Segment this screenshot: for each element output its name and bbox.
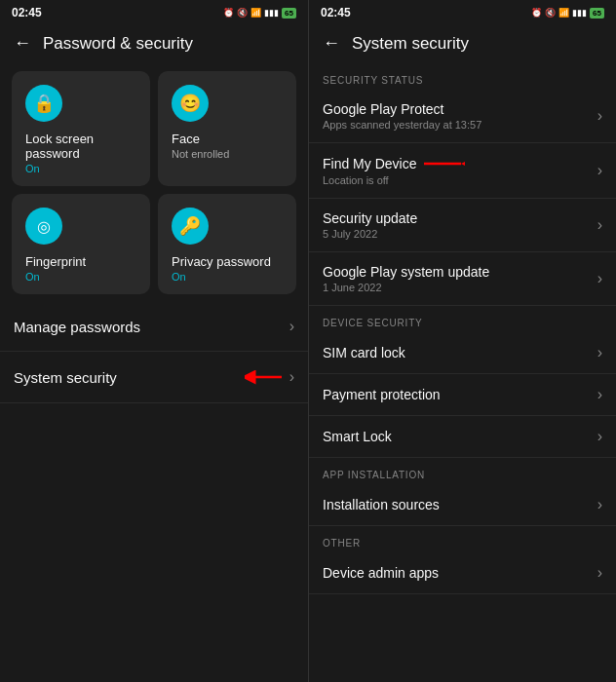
right-back-button[interactable]: ← bbox=[323, 33, 340, 54]
r-signal-icon: ▮▮▮ bbox=[572, 8, 587, 18]
payment-protection-chevron: › bbox=[597, 386, 602, 403]
r-vol-icon: 🔇 bbox=[545, 8, 556, 18]
alarm-icon: ⏰ bbox=[223, 8, 234, 18]
security-update-item[interactable]: Security update 5 July 2022 › bbox=[309, 199, 616, 252]
find-my-device-item[interactable]: Find My Device Location is off › bbox=[309, 143, 616, 199]
find-my-device-subtitle: Location is off bbox=[323, 174, 465, 186]
fingerprint-status: On bbox=[25, 271, 40, 283]
google-play-system-update-item[interactable]: Google Play system update 1 June 2022 › bbox=[309, 252, 616, 306]
signal-icon: ▮▮▮ bbox=[264, 8, 279, 18]
find-my-device-content: Find My Device Location is off bbox=[323, 155, 465, 186]
lock-screen-status: On bbox=[25, 163, 40, 174]
device-admin-apps-label: Device admin apps bbox=[323, 565, 439, 581]
system-security-item[interactable]: System security › bbox=[0, 352, 308, 403]
google-play-system-update-chevron: › bbox=[597, 270, 602, 287]
google-play-system-update-label: Google Play system update bbox=[323, 264, 489, 280]
fingerprint-label: Fingerprint bbox=[25, 254, 86, 269]
security-status-header: SECURITY STATUS bbox=[309, 63, 616, 90]
right-status-icons: ⏰ 🔇 📶 ▮▮▮ 65 bbox=[531, 8, 604, 19]
privacy-icon: 🔑 bbox=[172, 208, 209, 245]
app-installation-header: APP INSTALLATION bbox=[309, 458, 616, 484]
privacy-password-label: Privacy password bbox=[172, 254, 271, 269]
left-page-title: Password & security bbox=[43, 34, 193, 54]
system-security-label: System security bbox=[14, 369, 117, 386]
installation-sources-chevron: › bbox=[597, 496, 602, 513]
wifi-icon: 📶 bbox=[250, 8, 261, 18]
right-header: ← System security bbox=[309, 23, 616, 63]
google-play-system-update-date: 1 June 2022 bbox=[323, 282, 489, 293]
security-update-label: Security update bbox=[323, 210, 417, 226]
privacy-password-card[interactable]: 🔑 Privacy password On bbox=[158, 194, 296, 294]
google-play-protect-content: Google Play Protect Apps scanned yesterd… bbox=[323, 101, 481, 131]
left-panel: 02:45 ⏰ 🔇 📶 ▮▮▮ 65 ← Password & security… bbox=[0, 0, 308, 682]
installation-sources-content: Installation sources bbox=[323, 497, 440, 512]
manage-passwords-chevron: › bbox=[289, 318, 294, 335]
security-grid: 🔒 Lock screenpassword On 😊 Face Not enro… bbox=[0, 63, 308, 302]
battery-badge: 65 bbox=[282, 8, 296, 19]
manage-passwords-label: Manage passwords bbox=[14, 319, 140, 335]
privacy-password-status: On bbox=[172, 271, 186, 283]
device-admin-apps-content: Device admin apps bbox=[323, 565, 439, 581]
lock-icon: 🔒 bbox=[25, 85, 62, 122]
right-status-bar: 02:45 ⏰ 🔇 📶 ▮▮▮ 65 bbox=[309, 0, 616, 23]
sim-card-lock-chevron: › bbox=[597, 344, 602, 361]
device-admin-apps-item[interactable]: Device admin apps › bbox=[309, 552, 616, 594]
smart-lock-item[interactable]: Smart Lock › bbox=[309, 416, 616, 458]
r-alarm-icon: ⏰ bbox=[531, 8, 542, 18]
device-security-header: DEVICE SECURITY bbox=[309, 306, 616, 332]
google-play-protect-label: Google Play Protect bbox=[323, 101, 481, 117]
payment-protection-label: Payment protection bbox=[323, 387, 441, 402]
installation-sources-label: Installation sources bbox=[323, 497, 440, 512]
right-page-title: System security bbox=[352, 34, 469, 54]
face-icon: 😊 bbox=[172, 85, 209, 122]
red-arrow-find bbox=[422, 155, 465, 172]
face-label: Face bbox=[172, 132, 200, 146]
find-my-device-label: Find My Device bbox=[323, 156, 416, 171]
security-update-content: Security update 5 July 2022 bbox=[323, 210, 417, 240]
installation-sources-item[interactable]: Installation sources › bbox=[309, 484, 616, 526]
manage-passwords-item[interactable]: Manage passwords › bbox=[0, 302, 308, 352]
face-status: Not enrolled bbox=[172, 148, 229, 160]
fingerprint-icon: ◎ bbox=[25, 208, 62, 245]
left-back-button[interactable]: ← bbox=[14, 33, 31, 54]
r-battery-badge: 65 bbox=[590, 8, 604, 19]
system-security-chevron: › bbox=[289, 368, 294, 386]
smart-lock-label: Smart Lock bbox=[323, 429, 392, 444]
security-update-date: 5 July 2022 bbox=[323, 228, 417, 240]
vol-icon: 🔇 bbox=[237, 8, 248, 18]
google-play-protect-subtitle: Apps scanned yesterday at 13:57 bbox=[323, 119, 481, 131]
face-card[interactable]: 😊 Face Not enrolled bbox=[158, 71, 296, 186]
left-header: ← Password & security bbox=[0, 23, 308, 63]
right-time: 02:45 bbox=[321, 6, 351, 19]
right-panel: 02:45 ⏰ 🔇 📶 ▮▮▮ 65 ← System security SEC… bbox=[308, 0, 616, 682]
red-arrow-left bbox=[245, 367, 284, 387]
left-status-bar: 02:45 ⏰ 🔇 📶 ▮▮▮ 65 bbox=[0, 0, 308, 23]
other-header: OTHER bbox=[309, 526, 616, 552]
lock-screen-password-card[interactable]: 🔒 Lock screenpassword On bbox=[12, 71, 150, 186]
device-admin-apps-chevron: › bbox=[597, 564, 602, 582]
security-update-chevron: › bbox=[597, 216, 602, 234]
lock-screen-label: Lock screenpassword bbox=[25, 132, 94, 161]
google-play-protect-chevron: › bbox=[597, 107, 602, 125]
left-time: 02:45 bbox=[12, 6, 42, 19]
sim-card-lock-label: SIM card lock bbox=[323, 345, 405, 360]
right-content: SECURITY STATUS Google Play Protect Apps… bbox=[309, 63, 616, 682]
smart-lock-content: Smart Lock bbox=[323, 429, 392, 444]
payment-protection-content: Payment protection bbox=[323, 387, 441, 402]
fingerprint-card[interactable]: ◎ Fingerprint On bbox=[12, 194, 150, 294]
r-wifi-icon: 📶 bbox=[558, 8, 569, 18]
find-my-device-chevron: › bbox=[597, 162, 602, 179]
sim-card-lock-content: SIM card lock bbox=[323, 345, 405, 360]
smart-lock-chevron: › bbox=[597, 428, 602, 445]
left-status-icons: ⏰ 🔇 📶 ▮▮▮ 65 bbox=[223, 8, 296, 19]
google-play-system-update-content: Google Play system update 1 June 2022 bbox=[323, 264, 489, 293]
google-play-protect-item[interactable]: Google Play Protect Apps scanned yesterd… bbox=[309, 90, 616, 143]
sim-card-lock-item[interactable]: SIM card lock › bbox=[309, 332, 616, 374]
payment-protection-item[interactable]: Payment protection › bbox=[309, 374, 616, 416]
